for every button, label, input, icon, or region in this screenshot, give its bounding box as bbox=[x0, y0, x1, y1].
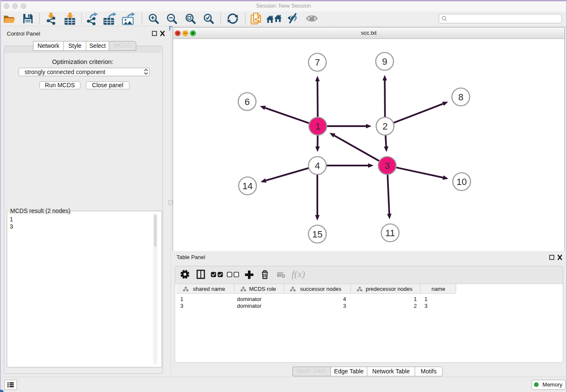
svg-text:2: 2 bbox=[383, 121, 388, 132]
svg-text:6: 6 bbox=[245, 97, 250, 107]
svg-text:3: 3 bbox=[385, 160, 390, 171]
svg-text:9: 9 bbox=[382, 56, 387, 67]
svg-text:11: 11 bbox=[385, 228, 395, 238]
svg-text:10: 10 bbox=[457, 177, 467, 187]
svg-text:14: 14 bbox=[242, 181, 253, 191]
svg-text:1: 1 bbox=[315, 121, 320, 132]
svg-text:8: 8 bbox=[458, 92, 463, 102]
svg-text:4: 4 bbox=[315, 160, 320, 171]
svg-text:7: 7 bbox=[315, 57, 320, 68]
svg-text:15: 15 bbox=[312, 229, 322, 240]
